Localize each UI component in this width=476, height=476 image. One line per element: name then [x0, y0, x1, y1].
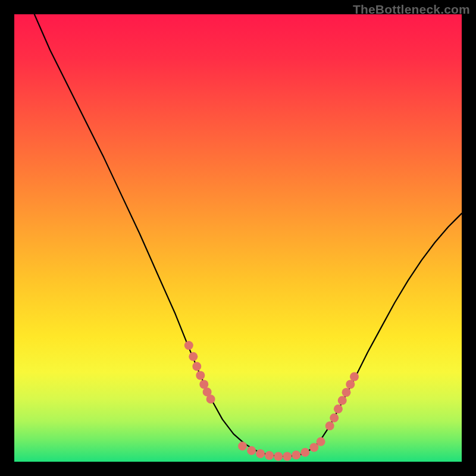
data-dot	[238, 441, 247, 450]
data-dot	[300, 448, 309, 457]
data-dot	[265, 451, 274, 460]
watermark-text: TheBottleneck.com	[353, 2, 470, 17]
data-dot	[192, 362, 201, 371]
data-dot	[274, 452, 283, 461]
plot-area	[14, 14, 462, 462]
data-dot	[184, 341, 193, 350]
data-dot	[317, 437, 325, 446]
data-dot	[196, 371, 205, 380]
data-dot	[199, 380, 208, 389]
data-dot	[292, 450, 300, 459]
data-dot	[206, 394, 215, 403]
data-dot	[309, 443, 318, 452]
data-dot	[189, 352, 198, 361]
data-dot	[334, 405, 343, 414]
data-dot	[346, 380, 355, 389]
data-dot	[350, 372, 359, 381]
data-dot	[338, 396, 347, 405]
data-dot	[342, 388, 351, 397]
data-dot	[325, 421, 334, 430]
data-dot	[247, 446, 256, 455]
chart-svg	[14, 14, 462, 462]
data-dot	[283, 452, 292, 461]
data-dot	[256, 449, 265, 458]
chart-frame: TheBottleneck.com	[0, 0, 476, 476]
gradient-background	[14, 14, 462, 462]
data-dot	[330, 414, 339, 422]
